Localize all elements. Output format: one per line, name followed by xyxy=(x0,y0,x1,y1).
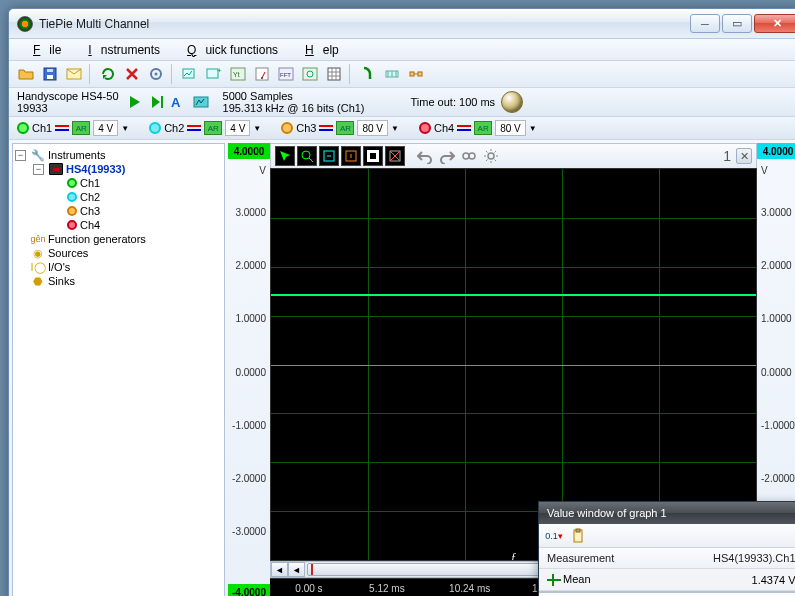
ch2-range[interactable]: 4 V xyxy=(225,120,250,136)
menu-file[interactable]: File xyxy=(15,41,70,59)
tree-function-generators[interactable]: Function generators xyxy=(48,233,146,245)
tree-sources[interactable]: Sources xyxy=(48,247,88,259)
menu-help[interactable]: Help xyxy=(287,41,348,59)
tree-ios[interactable]: I/O's xyxy=(48,261,70,273)
value-window[interactable]: Value window of graph 1 ✕ 0.1▾ Measureme… xyxy=(538,501,795,596)
zoom-fit-icon[interactable] xyxy=(363,146,383,166)
svg-rect-15 xyxy=(303,68,317,80)
svg-rect-1 xyxy=(47,75,53,79)
svg-rect-2 xyxy=(47,69,53,72)
ch4-dot-icon[interactable] xyxy=(419,122,431,134)
rate-label[interactable]: 195.313 kHz @ 16 bits (Ch1) xyxy=(223,102,365,114)
zoom-out-icon[interactable] xyxy=(385,146,405,166)
y-cap-left[interactable]: 4.0000 xyxy=(228,143,270,159)
open-icon[interactable] xyxy=(15,63,37,85)
samples-label[interactable]: 5000 Samples xyxy=(223,90,365,102)
cursor-tool-icon[interactable] xyxy=(275,146,295,166)
svg-text:Yt: Yt xyxy=(233,71,240,78)
coupling-icon[interactable] xyxy=(457,122,471,134)
auto-button[interactable]: A xyxy=(169,92,189,112)
svg-rect-17 xyxy=(328,68,340,80)
ch1-range[interactable]: 4 V xyxy=(93,120,118,136)
coupling-icon[interactable] xyxy=(55,122,69,134)
graph-add-icon[interactable]: + xyxy=(203,63,225,85)
yt-icon[interactable]: Yt xyxy=(227,63,249,85)
instrument-serial: 19933 xyxy=(17,102,119,114)
freq-mark: ƒ xyxy=(511,550,517,561)
mode-button[interactable] xyxy=(191,92,211,112)
clipboard-icon[interactable] xyxy=(567,525,589,547)
tree-ch4[interactable]: Ch4 xyxy=(80,219,100,231)
tree-device[interactable]: HS4(19933) xyxy=(66,163,125,175)
close-button[interactable]: ✕ xyxy=(754,14,795,33)
play-button[interactable] xyxy=(125,92,145,112)
autorange-icon[interactable]: AR xyxy=(336,121,354,135)
ch1-dot-icon xyxy=(67,178,77,188)
redo-icon[interactable] xyxy=(437,146,457,166)
cursor-icon[interactable] xyxy=(357,63,379,85)
link-icon[interactable] xyxy=(459,146,479,166)
tree-ch1[interactable]: Ch1 xyxy=(80,177,100,189)
play-once-button[interactable] xyxy=(147,92,167,112)
tree-instruments[interactable]: Instruments xyxy=(48,149,105,161)
fft-icon[interactable]: FFT xyxy=(275,63,297,85)
undo-icon[interactable] xyxy=(415,146,435,166)
graph-close-icon[interactable]: ✕ xyxy=(736,148,752,164)
save-icon[interactable] xyxy=(39,63,61,85)
mail-icon[interactable] xyxy=(63,63,85,85)
ch3-dot-icon[interactable] xyxy=(281,122,293,134)
protocol-icon[interactable] xyxy=(405,63,427,85)
y-cap-left-bot[interactable]: -4.0000 xyxy=(228,584,270,596)
value-window-titlebar[interactable]: Value window of graph 1 ✕ xyxy=(539,502,795,524)
svg-text:FFT: FFT xyxy=(280,72,291,78)
timeout-knob[interactable] xyxy=(501,91,523,113)
zoom-y-icon[interactable] xyxy=(341,146,361,166)
expand-icon[interactable]: − xyxy=(33,164,44,175)
delete-icon[interactable] xyxy=(121,63,143,85)
scroll-left-icon[interactable]: ◄ xyxy=(288,562,305,577)
bus-icon[interactable] xyxy=(381,63,403,85)
ch4-range[interactable]: 80 V xyxy=(495,120,526,136)
menu-instruments[interactable]: Instruments xyxy=(70,41,169,59)
ch3-dot-icon xyxy=(67,206,77,216)
scroll-left-icon[interactable]: ◄ xyxy=(271,562,288,577)
settings-icon[interactable] xyxy=(145,63,167,85)
coupling-icon[interactable] xyxy=(187,122,201,134)
maximize-button[interactable]: ▭ xyxy=(722,14,752,33)
autorange-icon[interactable]: AR xyxy=(474,121,492,135)
tree-ch2[interactable]: Ch2 xyxy=(80,191,100,203)
sources-icon: ◉ xyxy=(31,247,45,259)
graph-new-icon[interactable] xyxy=(179,63,201,85)
digits-icon[interactable]: 0.1▾ xyxy=(543,525,565,547)
menu-quick-functions[interactable]: Quick functions xyxy=(169,41,287,59)
coupling-icon[interactable] xyxy=(319,122,333,134)
ch2-dot-icon[interactable] xyxy=(149,122,161,134)
window-title: TiePie Multi Channel xyxy=(39,17,149,31)
tree-sinks[interactable]: Sinks xyxy=(48,275,75,287)
col-ch1[interactable]: HS4(19933).Ch1 xyxy=(660,548,795,569)
ch1-dot-icon[interactable] xyxy=(17,122,29,134)
meter-icon[interactable] xyxy=(251,63,273,85)
ch4-dot-icon xyxy=(67,220,77,230)
svg-rect-21 xyxy=(161,96,163,108)
gear-icon[interactable] xyxy=(481,146,501,166)
value-window-toolbar: 0.1▾ xyxy=(539,524,795,548)
refresh-icon[interactable] xyxy=(97,63,119,85)
xy-icon[interactable] xyxy=(299,63,321,85)
y-axis-left: 4.0000 V 3.0000 2.0000 1.0000 0.0000 -1.… xyxy=(228,143,270,596)
zoom-x-icon[interactable] xyxy=(319,146,339,166)
y-cap-right[interactable]: 4.0000 xyxy=(757,143,795,159)
svg-text:+: + xyxy=(217,66,222,75)
table-icon[interactable] xyxy=(323,63,345,85)
autorange-icon[interactable]: AR xyxy=(72,121,90,135)
trigger-mark[interactable] xyxy=(311,564,313,575)
autorange-icon[interactable]: AR xyxy=(204,121,222,135)
tree-ch3[interactable]: Ch3 xyxy=(80,205,100,217)
ch3-range[interactable]: 80 V xyxy=(357,120,388,136)
col-measurement[interactable]: Measurement xyxy=(539,548,660,569)
instrument-bar: Handyscope HS4-50 19933 A 5000 Samples 1… xyxy=(9,88,795,117)
expand-icon[interactable]: − xyxy=(15,150,26,161)
zoom-tool-icon[interactable] xyxy=(297,146,317,166)
minimize-button[interactable]: ─ xyxy=(690,14,720,33)
object-tree[interactable]: −🔧Instruments −HS4(19933) Ch1 Ch2 Ch3 Ch… xyxy=(12,143,225,596)
